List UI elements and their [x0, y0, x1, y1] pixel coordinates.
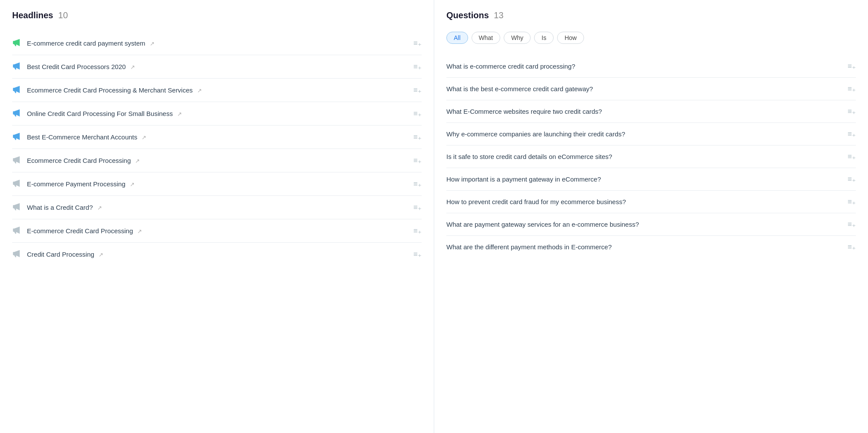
filter-btn-is[interactable]: Is: [534, 32, 554, 44]
add-to-list-icon[interactable]: ≡₊: [848, 107, 856, 116]
add-to-list-icon[interactable]: ≡₊: [848, 197, 856, 206]
megaphone-icon: [12, 108, 22, 119]
external-link-icon[interactable]: ↗: [177, 111, 182, 117]
headlines-count: 10: [56, 10, 68, 20]
add-to-list-icon[interactable]: ≡₊: [413, 62, 422, 71]
headline-item[interactable]: E-commerce Credit Card Processing ↗ ≡₊: [12, 219, 422, 243]
headline-item[interactable]: Ecommerce Credit Card Processing ↗ ≡₊: [12, 149, 422, 172]
add-to-list-icon[interactable]: ≡₊: [848, 220, 856, 229]
add-to-list-icon[interactable]: ≡₊: [413, 203, 422, 212]
headlines-panel: Headlines 10 E-commerce credit card paym…: [0, 0, 434, 433]
question-item[interactable]: What is the best e-commerce credit card …: [446, 78, 856, 100]
megaphone-icon: [12, 85, 22, 96]
questions-list: What is e-commerce credit card processin…: [446, 55, 856, 258]
question-item[interactable]: Why e-commerce companies are launching t…: [446, 123, 856, 145]
headline-left: E-commerce credit card payment system ↗: [12, 38, 155, 49]
question-item[interactable]: What are the different payment methods i…: [446, 236, 856, 258]
question-text: What E-Commerce websites require two cre…: [446, 108, 602, 115]
question-item[interactable]: What is e-commerce credit card processin…: [446, 55, 856, 78]
headline-text: Best Credit Card Processors 2020 ↗: [27, 63, 135, 70]
filter-btn-what[interactable]: What: [472, 32, 501, 44]
headline-text: What is a Credit Card? ↗: [27, 204, 102, 211]
add-to-list-icon[interactable]: ≡₊: [413, 132, 422, 142]
headlines-list: E-commerce credit card payment system ↗ …: [12, 32, 422, 266]
external-link-icon[interactable]: ↗: [97, 205, 102, 211]
headline-item[interactable]: E-commerce credit card payment system ↗ …: [12, 32, 422, 55]
main-container: Headlines 10 E-commerce credit card paym…: [0, 0, 868, 433]
add-to-list-icon[interactable]: ≡₊: [848, 84, 856, 93]
headline-item[interactable]: Best Credit Card Processors 2020 ↗ ≡₊: [12, 55, 422, 79]
filter-bar: AllWhatWhyIsHow: [446, 32, 856, 47]
external-link-icon[interactable]: ↗: [197, 87, 202, 94]
external-link-icon[interactable]: ↗: [130, 64, 135, 70]
headlines-title: Headlines: [12, 10, 53, 20]
headline-left: Ecommerce Credit Card Processing ↗: [12, 155, 140, 166]
headline-text: Ecommerce Credit Card Processing & Merch…: [27, 86, 202, 94]
add-to-list-icon[interactable]: ≡₊: [848, 152, 856, 161]
question-text: How important is a payment gateway in eC…: [446, 175, 601, 183]
headline-text: Online Credit Card Processing For Small …: [27, 110, 182, 117]
filter-btn-all[interactable]: All: [446, 32, 468, 44]
add-to-list-icon[interactable]: ≡₊: [848, 129, 856, 139]
add-to-list-icon[interactable]: ≡₊: [413, 179, 422, 188]
megaphone-icon: [12, 249, 22, 260]
external-link-icon[interactable]: ↗: [135, 158, 140, 164]
headline-left: Best E-Commerce Merchant Accounts ↗: [12, 132, 146, 142]
question-text: Is it safe to store credit card details …: [446, 153, 612, 160]
external-link-icon[interactable]: ↗: [130, 181, 135, 188]
external-link-icon[interactable]: ↗: [137, 228, 142, 235]
add-to-list-icon[interactable]: ≡₊: [848, 62, 856, 71]
question-item[interactable]: What are payment gateway services for an…: [446, 213, 856, 236]
external-link-icon[interactable]: ↗: [150, 40, 155, 47]
headline-item[interactable]: Ecommerce Credit Card Processing & Merch…: [12, 79, 422, 102]
headline-item[interactable]: Online Credit Card Processing For Small …: [12, 102, 422, 126]
headline-item[interactable]: E-commerce Payment Processing ↗ ≡₊: [12, 172, 422, 196]
megaphone-icon: [12, 38, 22, 49]
question-item[interactable]: How to prevent credit card fraud for my …: [446, 191, 856, 213]
headline-text: E-commerce Credit Card Processing ↗: [27, 227, 142, 235]
question-text: What are the different payment methods i…: [446, 243, 612, 251]
add-to-list-icon[interactable]: ≡₊: [413, 226, 422, 235]
questions-count: 13: [492, 10, 504, 20]
headline-left: Best Credit Card Processors 2020 ↗: [12, 61, 135, 72]
headline-left: Online Credit Card Processing For Small …: [12, 108, 182, 119]
headline-text: Ecommerce Credit Card Processing ↗: [27, 157, 140, 164]
question-text: What is the best e-commerce credit card …: [446, 85, 593, 93]
headline-text: Credit Card Processing ↗: [27, 251, 103, 258]
question-text: What are payment gateway services for an…: [446, 221, 639, 228]
question-text: How to prevent credit card fraud for my …: [446, 198, 626, 205]
external-link-icon[interactable]: ↗: [99, 251, 103, 258]
add-to-list-icon[interactable]: ≡₊: [413, 109, 422, 118]
question-text: What is e-commerce credit card processin…: [446, 63, 575, 70]
filter-btn-how[interactable]: How: [557, 32, 584, 44]
external-link-icon[interactable]: ↗: [142, 134, 146, 141]
headline-item[interactable]: What is a Credit Card? ↗ ≡₊: [12, 196, 422, 219]
headline-left: What is a Credit Card? ↗: [12, 202, 102, 213]
question-item[interactable]: How important is a payment gateway in eC…: [446, 168, 856, 191]
add-to-list-icon[interactable]: ≡₊: [413, 250, 422, 259]
megaphone-icon: [12, 202, 22, 213]
headline-left: Credit Card Processing ↗: [12, 249, 103, 260]
question-item[interactable]: What E-Commerce websites require two cre…: [446, 100, 856, 123]
questions-header: Questions 13: [446, 10, 856, 24]
question-text: Why e-commerce companies are launching t…: [446, 130, 625, 138]
add-to-list-icon[interactable]: ≡₊: [413, 156, 422, 165]
headline-text: E-commerce Payment Processing ↗: [27, 180, 135, 188]
add-to-list-icon[interactable]: ≡₊: [413, 39, 422, 48]
add-to-list-icon[interactable]: ≡₊: [413, 86, 422, 95]
headlines-header: Headlines 10: [12, 10, 422, 24]
megaphone-icon: [12, 155, 22, 166]
headline-left: Ecommerce Credit Card Processing & Merch…: [12, 85, 202, 96]
megaphone-icon: [12, 178, 22, 189]
questions-panel: Questions 13 AllWhatWhyIsHow What is e-c…: [434, 0, 868, 433]
add-to-list-icon[interactable]: ≡₊: [848, 242, 856, 251]
megaphone-icon: [12, 225, 22, 236]
filter-btn-why[interactable]: Why: [504, 32, 531, 44]
question-item[interactable]: Is it safe to store credit card details …: [446, 145, 856, 168]
questions-title: Questions: [446, 10, 489, 20]
add-to-list-icon[interactable]: ≡₊: [848, 175, 856, 184]
headline-left: E-commerce Credit Card Processing ↗: [12, 225, 142, 236]
headline-left: E-commerce Payment Processing ↗: [12, 178, 135, 189]
headline-item[interactable]: Best E-Commerce Merchant Accounts ↗ ≡₊: [12, 126, 422, 149]
headline-item[interactable]: Credit Card Processing ↗ ≡₊: [12, 243, 422, 266]
